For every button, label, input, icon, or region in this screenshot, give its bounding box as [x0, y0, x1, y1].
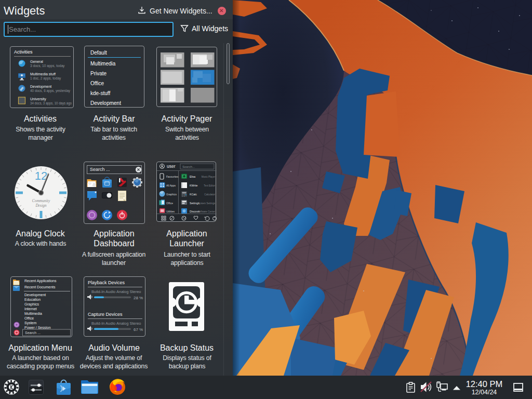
svg-text:Community: Community	[32, 198, 50, 203]
svg-text:Power / Session: Power / Session	[24, 326, 51, 329]
svg-text:Utilities: Utilities	[166, 210, 175, 213]
svg-text:Development: Development	[24, 293, 46, 297]
svg-text:All Apps: All Apps	[166, 184, 176, 187]
svg-text:Multimedia: Multimedia	[24, 312, 42, 315]
svg-text:40 docs, 6 apps, yesterday: 40 docs, 6 apps, yesterday	[30, 89, 71, 93]
svg-text:Education: Education	[24, 298, 41, 301]
svg-text:Graphics: Graphics	[24, 302, 39, 307]
svg-text:28 %: 28 %	[134, 296, 143, 300]
svg-text:Calculator: Calculator	[204, 193, 215, 196]
svg-text:Favourites: Favourites	[166, 175, 179, 178]
svg-text:user: user	[167, 164, 176, 169]
svg-text:Recent Documents: Recent Documents	[24, 285, 56, 289]
svg-text:Office: Office	[24, 316, 34, 320]
svg-text:3 docs, 10 apps, today: 3 docs, 10 apps, today	[30, 64, 65, 68]
svg-text:1 doc, 2 apps, today: 1 doc, 2 apps, today	[30, 76, 61, 81]
svg-text:Search...: Search...	[182, 165, 195, 168]
svg-text:Music Player: Music Player	[202, 176, 216, 178]
svg-text:34 docs, 3 apps, 10 days ago: 34 docs, 3 apps, 10 days ago	[30, 101, 72, 105]
svg-text:Recent Applications: Recent Applications	[24, 279, 57, 283]
svg-text:KCalc: KCalc	[190, 193, 197, 196]
svg-text:Text Editor: Text Editor	[204, 184, 215, 187]
svg-text:Design: Design	[35, 203, 46, 208]
svg-text:Build-In Audio Analog Stereo: Build-In Audio Analog Stereo	[91, 289, 141, 294]
svg-text:System: System	[24, 321, 37, 325]
svg-text:University: University	[30, 97, 46, 101]
svg-text:KWrite: KWrite	[190, 184, 198, 187]
svg-text:Search ...: Search ...	[25, 331, 41, 335]
svg-text:12/04/24: 12/04/24	[472, 389, 497, 396]
svg-text:Office: Office	[166, 202, 173, 205]
svg-text:Elisa: Elisa	[190, 175, 195, 178]
svg-text:Graphics: Graphics	[166, 193, 177, 196]
svg-text:Internet: Internet	[24, 307, 37, 311]
svg-text:Software Center: Software Center	[198, 210, 216, 213]
svg-text:System Settings: System Settings	[198, 202, 216, 205]
svg-text:General: General	[30, 60, 43, 63]
svg-text:Build-In Audio Analog Stereo: Build-In Audio Analog Stereo	[91, 321, 141, 326]
svg-text:Capture Devices: Capture Devices	[88, 312, 123, 317]
svg-text:Playback Devices: Playback Devices	[88, 280, 125, 285]
svg-text:67 %: 67 %	[134, 327, 143, 332]
svg-text:Development: Development	[30, 85, 51, 89]
svg-text:Multimedia stuff: Multimedia stuff	[30, 72, 56, 76]
svg-text:12:40 PM: 12:40 PM	[466, 379, 503, 389]
